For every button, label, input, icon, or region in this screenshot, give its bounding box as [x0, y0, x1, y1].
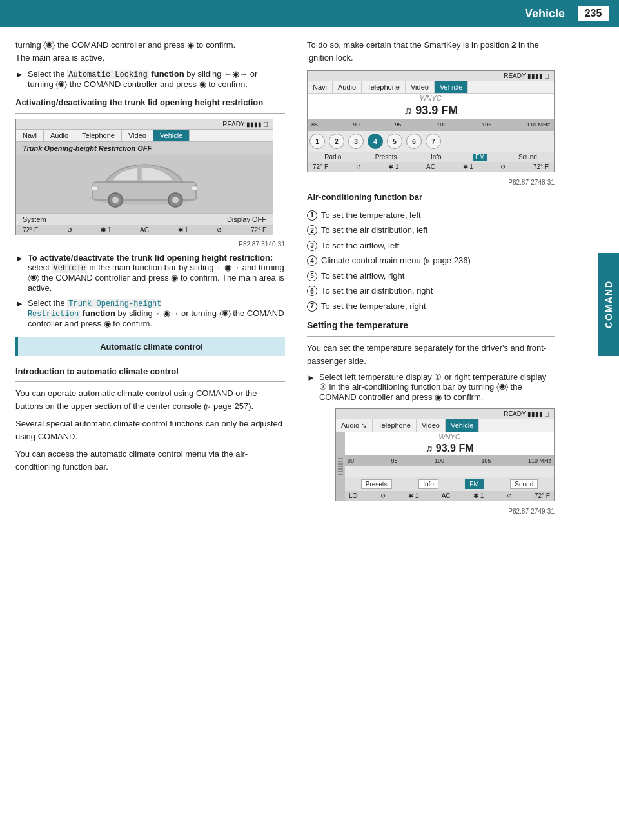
trunk-status-star1: ✱ 1 — [101, 226, 111, 234]
numbered-item-6: 6 To set the air distribution, right — [307, 285, 555, 297]
screen2-status-icon1: ↺ — [380, 492, 386, 499]
screen2-status-ac: AC — [442, 492, 451, 499]
svg-rect-6 — [92, 186, 98, 190]
screen2-nav-audio[interactable]: Audio ↘ — [336, 419, 373, 432]
numbered-item-5: 5 To set the airflow, right — [307, 270, 555, 283]
screen2-btns-row: Presets Info FM Sound — [345, 477, 554, 491]
trunk-inner-label: Trunk Opening-height Restriction OFF — [16, 142, 273, 155]
arrow-icon: ► — [15, 70, 24, 90]
climate-nav-video[interactable]: Video — [406, 81, 435, 93]
trunk-nav-vehicle[interactable]: Vehicle — [153, 130, 190, 141]
intro-climate-para3: You can access the automatic climate con… — [15, 448, 285, 473]
climate-btn-1[interactable]: 1 — [310, 134, 325, 149]
num-4: 4 — [307, 255, 317, 266]
screen2-nav-vehicle[interactable]: Vehicle — [446, 419, 479, 432]
climate-btn-5[interactable]: 5 — [387, 134, 402, 149]
climate-station: WNYC — [308, 94, 554, 103]
num-7-text: To set the temperature, right — [321, 300, 426, 313]
svg-point-3 — [112, 197, 119, 203]
climate-nav-telephone[interactable]: Telephone — [362, 81, 406, 93]
numbered-item-3: 3 To set the airflow, left — [307, 239, 555, 252]
climate-labels-row: Radio Presets Info FM Sound — [308, 152, 554, 162]
bar-line-1 — [338, 458, 343, 459]
trunk-car-area — [16, 155, 273, 213]
num-5: 5 — [307, 271, 317, 281]
page-header: Vehicle 235 — [0, 0, 619, 27]
trunk-nav-video[interactable]: Video — [122, 130, 153, 141]
num-7: 7 — [307, 301, 317, 312]
select-temp-text: Select left temperature display ① or rig… — [319, 372, 555, 402]
trunk-bullet2-text: Select the Trunk Opening-heightRestricti… — [28, 298, 285, 328]
trunk-caption: P82.87-3140-31 — [15, 241, 285, 248]
climate-btn-7[interactable]: 7 — [426, 134, 441, 149]
numbered-item-1: 1 To set the temperature, left — [307, 209, 555, 222]
screen2-ready-label: READY ▮▮▮▮ ⎕ — [504, 410, 549, 417]
bar-line-6 — [338, 471, 343, 472]
trunk-screen: READY ▮▮▮▮ ⎕ Navi Audio Telephone Video … — [15, 119, 273, 235]
setting-temp-text: You can set the temperature separately f… — [307, 342, 555, 367]
screen2-inner-content: WNYC ♬ 93.9 FM 9095100105110 MHz Presets… — [345, 432, 554, 501]
trunk-status-bar: 72° F ↺ ✱ 1 AC ✱ 1 ↺ 72° F — [16, 225, 273, 235]
screen2-status-temp: 72° F — [535, 492, 550, 499]
climate-top-bar: READY ▮▮▮▮ ⎕ — [308, 71, 554, 81]
screen2-btn-sound[interactable]: Sound — [510, 479, 538, 489]
screen2-nav-bar: Audio ↘ Telephone Video Vehicle — [336, 419, 554, 432]
svg-point-5 — [172, 197, 179, 203]
num-2: 2 — [307, 225, 317, 235]
trunk-nav-telephone[interactable]: Telephone — [75, 130, 122, 141]
climate-btn-4[interactable]: 4 — [368, 134, 383, 149]
bar-line-5 — [338, 468, 343, 470]
num-3: 3 — [307, 241, 317, 251]
num-6-text: To set the air distribution, right — [321, 285, 433, 297]
intro-para-1: turning 〈◉〉 the COMAND controller and pr… — [15, 39, 285, 64]
trunk-nav-audio[interactable]: Audio — [44, 130, 75, 141]
climate-nav-navi[interactable]: Navi — [308, 81, 333, 93]
screen2-status-lo: LO — [349, 492, 357, 499]
trunk-section-heading: Activating/deactivating the trunk lid op… — [15, 96, 285, 109]
trunk-bullet1-text: To activate/deactivate the trunk lid ope… — [28, 253, 285, 293]
screen2-freq-bar: 9095100105110 MHz — [345, 455, 554, 466]
num-3-text: To set the airflow, left — [321, 239, 399, 252]
trunk-nav-bar: Navi Audio Telephone Video Vehicle — [16, 130, 273, 142]
page-title: Vehicle — [525, 7, 565, 21]
function-bar-label: Air-conditioning function bar — [307, 191, 555, 204]
climate-nav-audio[interactable]: Audio — [333, 81, 362, 93]
intro-climate-heading: Introduction to automatic climate contro… — [15, 365, 285, 378]
car-illustration — [80, 159, 209, 208]
select-auto-locking-item: ► Select the Automatic Locking function … — [15, 69, 285, 90]
screen2-btn-presets[interactable]: Presets — [361, 479, 392, 489]
trunk-nav-navi[interactable]: Navi — [16, 130, 44, 141]
num-1-text: To set the temperature, left — [321, 209, 421, 222]
climate-btn-6[interactable]: 6 — [406, 134, 422, 149]
climate-freq-bar: 859095100105110 MHz — [308, 119, 554, 130]
arrow-icon-4: ► — [307, 373, 315, 402]
screen2-btn-fm[interactable]: FM — [465, 479, 483, 489]
climate-label-radio[interactable]: Radio — [322, 154, 344, 161]
climate-frequency: ♬ 93.9 FM — [308, 103, 554, 119]
climate-nav-vehicle[interactable]: Vehicle — [435, 81, 468, 93]
climate-label-sound[interactable]: Sound — [516, 154, 540, 161]
screen2-nav-telephone[interactable]: Telephone — [373, 419, 417, 432]
climate-btn-3[interactable]: 3 — [348, 134, 364, 149]
climate-label-presets[interactable]: Presets — [373, 154, 400, 161]
setting-temp-heading: Setting the temperature — [307, 319, 555, 332]
climate-status-ac: AC — [426, 163, 435, 170]
bar-line-4 — [338, 466, 343, 467]
svg-rect-7 — [191, 186, 197, 190]
climate-label-fm[interactable]: FM — [473, 154, 487, 161]
climate-label-info[interactable]: Info — [428, 154, 444, 161]
screen2-nav-video[interactable]: Video — [417, 419, 446, 432]
screen2-station: WNYC — [345, 432, 554, 441]
screen2-btn-info[interactable]: Info — [418, 479, 438, 489]
bar-line-7 — [338, 474, 343, 475]
trunk-display-label: Display OFF — [227, 215, 266, 223]
trunk-bottom-bar: System Display OFF — [16, 213, 273, 225]
trunk-system-label: System — [23, 215, 46, 223]
climate-status-star2: ✱ 1 — [463, 163, 473, 170]
climate-nav-bar: Navi Audio Telephone Video Vehicle — [308, 81, 554, 94]
page-number: 235 — [578, 6, 609, 21]
num-6: 6 — [307, 286, 317, 296]
divider-1 — [15, 113, 285, 114]
climate-btn-2[interactable]: 2 — [329, 134, 344, 149]
blue-box-label: Automatic climate control — [100, 342, 203, 352]
